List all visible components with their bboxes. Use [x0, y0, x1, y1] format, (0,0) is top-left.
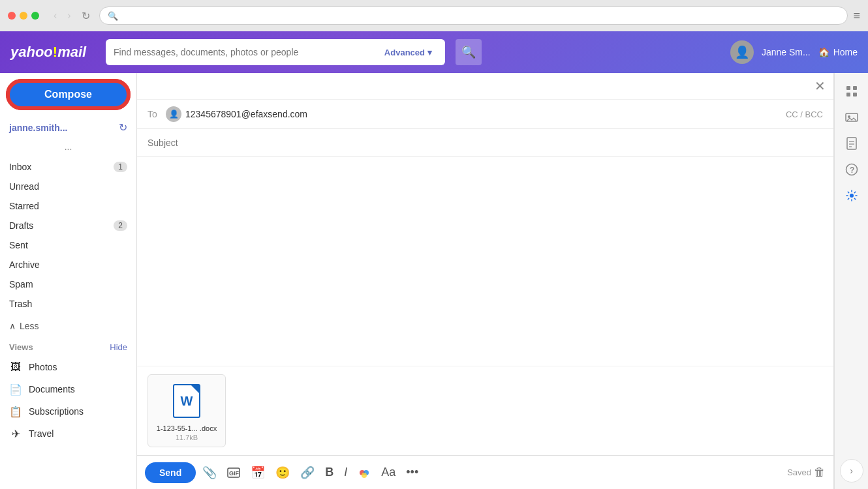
- more-dots[interactable]: ...: [0, 139, 136, 155]
- attachment-item[interactable]: W 1-123-55-1... .docx 11.7kB: [147, 374, 226, 447]
- subject-input[interactable]: [147, 138, 823, 148]
- yahoo-logo: yahoo!mail: [10, 44, 95, 61]
- word-icon: W: [181, 394, 193, 409]
- home-icon: 🏠: [818, 47, 829, 57]
- less-toggle[interactable]: ∧ Less: [0, 316, 136, 336]
- photos-icon: 🖼: [9, 361, 22, 374]
- search-button[interactable]: 🔍: [456, 39, 482, 65]
- svg-point-10: [848, 115, 850, 118]
- user-name[interactable]: Janne Sm...: [762, 47, 811, 57]
- advanced-button[interactable]: Advanced ▾: [379, 45, 437, 60]
- bold-button[interactable]: B: [321, 463, 337, 482]
- browser-nav: ‹ › ↻: [50, 7, 94, 25]
- right-panel: ? ›: [834, 73, 868, 489]
- font-size-button[interactable]: Aa: [377, 463, 399, 482]
- search-input[interactable]: [114, 47, 374, 57]
- address-bar[interactable]: 🔍: [99, 7, 848, 25]
- documents-icon: 📄: [9, 383, 22, 396]
- compose-body[interactable]: [137, 157, 833, 366]
- subject-field: [137, 129, 833, 157]
- chevron-up-icon: ∧: [9, 321, 16, 331]
- emoji-button[interactable]: 🙂: [271, 463, 294, 482]
- views-header: Views Hide: [0, 336, 136, 356]
- window-controls: [8, 12, 39, 20]
- maximize-dot[interactable]: [31, 12, 39, 20]
- svg-text:?: ?: [850, 166, 854, 175]
- inbox-badge: 1: [114, 162, 127, 172]
- more-options-button[interactable]: •••: [402, 463, 422, 482]
- header: yahoo!mail Advanced ▾ 🔍 👤 Janne Sm... 🏠 …: [0, 31, 868, 73]
- link-button[interactable]: 🔗: [296, 463, 318, 482]
- chevron-down-icon: ▾: [427, 48, 432, 57]
- search-bar: Advanced ▾: [106, 39, 445, 65]
- back-button[interactable]: ‹: [50, 7, 61, 25]
- sidebar-item-drafts[interactable]: Drafts 2: [0, 216, 136, 235]
- to-field: To 👤 12345678901@efaxsend.com CC / BCC: [137, 100, 833, 129]
- gif-button[interactable]: GIF: [223, 465, 244, 481]
- close-button[interactable]: ✕: [814, 78, 826, 94]
- cc-bcc-button[interactable]: CC / BCC: [786, 110, 823, 119]
- account-row: janne.smith... ↻: [0, 116, 136, 139]
- calendar-button[interactable]: 📅: [247, 463, 269, 482]
- sidebar-item-documents[interactable]: 📄 Documents: [0, 378, 136, 400]
- travel-icon: ✈: [9, 427, 22, 440]
- collapse-panel-button[interactable]: ›: [840, 459, 863, 482]
- sidebar-item-subscriptions[interactable]: 📋 Subscriptions: [0, 400, 136, 422]
- compose-button[interactable]: Compose: [8, 81, 129, 108]
- svg-point-4: [362, 473, 367, 478]
- sidebar-item-sent[interactable]: Sent: [0, 235, 136, 255]
- gallery-icon[interactable]: [840, 106, 863, 129]
- notes-icon[interactable]: [840, 132, 863, 155]
- attachment-size: 11.7kB: [176, 434, 198, 441]
- sidebar-item-inbox[interactable]: Inbox 1: [0, 157, 136, 177]
- nav-section: Inbox 1 Unread Starred Drafts 2 Sent Ar: [0, 155, 136, 316]
- apps-icon[interactable]: [840, 80, 863, 103]
- sidebar-item-spam[interactable]: Spam: [0, 274, 136, 294]
- reload-button[interactable]: ↻: [78, 7, 94, 25]
- svg-point-17: [850, 194, 854, 198]
- main-layout: Compose janne.smith... ↻ ... Inbox 1 Unr…: [0, 73, 868, 489]
- delete-draft-button[interactable]: 🗑: [814, 466, 826, 479]
- docx-icon: W: [173, 384, 200, 418]
- hide-button[interactable]: Hide: [110, 342, 127, 352]
- account-name: janne.smith...: [9, 123, 67, 133]
- minimize-dot[interactable]: [20, 12, 27, 20]
- refresh-icon[interactable]: ↻: [119, 121, 127, 134]
- sidebar: Compose janne.smith... ↻ ... Inbox 1 Unr…: [0, 73, 137, 489]
- sidebar-item-photos[interactable]: 🖼 Photos: [0, 356, 136, 378]
- svg-rect-11: [847, 138, 856, 149]
- help-icon[interactable]: ?: [840, 158, 863, 181]
- svg-text:GIF: GIF: [229, 470, 240, 477]
- views-label: Views: [9, 342, 33, 352]
- svg-rect-7: [846, 93, 850, 96]
- attachment-button[interactable]: 📎: [198, 463, 221, 482]
- forward-button[interactable]: ›: [63, 7, 74, 25]
- sidebar-item-archive[interactable]: Archive: [0, 255, 136, 274]
- user-icon: 👤: [735, 45, 749, 59]
- subscriptions-icon: 📋: [9, 405, 22, 418]
- saved-status: Saved: [787, 467, 811, 477]
- svg-rect-8: [853, 93, 857, 96]
- sidebar-item-starred[interactable]: Starred: [0, 196, 136, 216]
- compose-header: ✕: [137, 73, 833, 100]
- italic-button[interactable]: I: [340, 463, 351, 482]
- menu-icon[interactable]: ≡: [853, 9, 860, 23]
- header-right: 👤 Janne Sm... 🏠 Home: [730, 40, 858, 64]
- to-value[interactable]: 12345678901@efaxsend.com: [185, 109, 786, 119]
- search-icon: 🔍: [108, 11, 118, 21]
- attachment-file-icon: W: [171, 383, 202, 419]
- sidebar-item-travel[interactable]: ✈ Travel: [0, 422, 136, 445]
- sidebar-item-trash[interactable]: Trash: [0, 294, 136, 314]
- close-dot[interactable]: [8, 12, 16, 20]
- compose-toolbar: Send 📎 GIF 📅 🙂 🔗 B I Aa ••• Saved 🗑: [137, 455, 833, 489]
- home-link[interactable]: 🏠 Home: [818, 47, 858, 57]
- color-button[interactable]: [354, 464, 375, 481]
- person-icon: 👤: [169, 110, 179, 119]
- send-button[interactable]: Send: [145, 462, 196, 483]
- sidebar-item-unread[interactable]: Unread: [0, 177, 136, 196]
- attachment-area: W 1-123-55-1... .docx 11.7kB: [137, 366, 833, 455]
- settings-icon[interactable]: [840, 184, 863, 207]
- drafts-badge: 2: [114, 220, 127, 231]
- titlebar: ‹ › ↻ 🔍 ≡: [0, 0, 868, 31]
- search-magnifier-icon: 🔍: [461, 45, 476, 59]
